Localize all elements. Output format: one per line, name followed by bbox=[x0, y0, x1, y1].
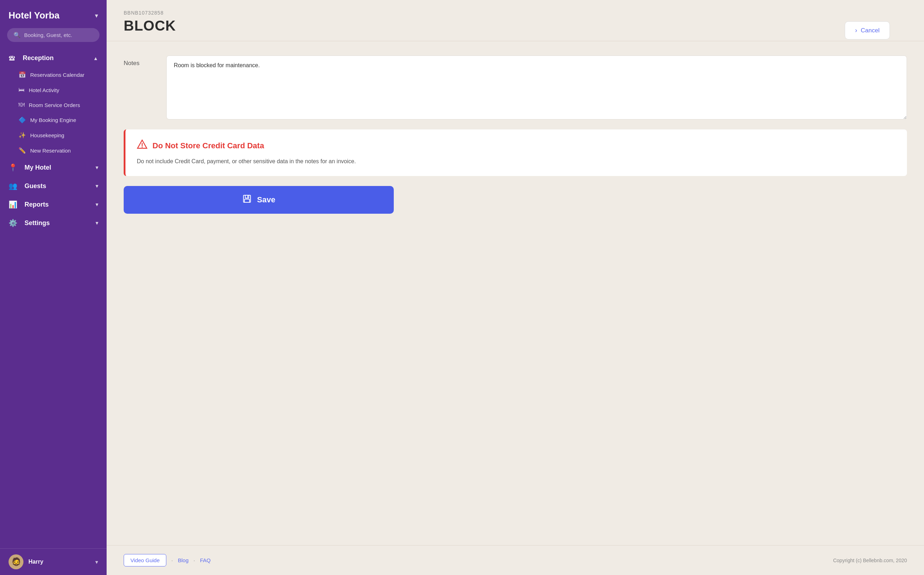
dot-separator-2: · bbox=[194, 557, 195, 563]
sidebar-item-reports[interactable]: 📊 Reports ▾ bbox=[0, 195, 106, 214]
reception-label: Reception bbox=[23, 54, 90, 62]
main-footer: Video Guide · Blog · FAQ Copyright (c) B… bbox=[106, 545, 924, 575]
sidebar-header[interactable]: Hotel Yorba ▾ bbox=[0, 0, 106, 28]
guests-icon: 👥 bbox=[8, 182, 17, 190]
reception-sub-items: 📅 Reservations Calendar 🛏 Hotel Activity… bbox=[0, 67, 106, 158]
cancel-label: Cancel bbox=[861, 27, 880, 34]
dot-separator-1: · bbox=[171, 557, 173, 563]
hotel-activity-label: Hotel Activity bbox=[29, 87, 59, 93]
my-hotel-label: My Hotel bbox=[25, 164, 92, 172]
settings-chevron-icon: ▾ bbox=[96, 220, 98, 226]
new-reservation-label: New Reservation bbox=[30, 148, 71, 154]
hotel-activity-icon: 🛏 bbox=[19, 86, 25, 94]
sidebar-item-my-booking-engine[interactable]: 🔷 My Booking Engine bbox=[0, 112, 106, 128]
sidebar-item-housekeeping[interactable]: ✨ Housekeeping bbox=[0, 128, 106, 143]
sidebar-item-reception[interactable]: 🛎 Reception ▲ bbox=[0, 49, 106, 67]
sidebar-item-reservations-calendar[interactable]: 📅 Reservations Calendar bbox=[0, 67, 106, 83]
save-label: Save bbox=[257, 195, 275, 205]
svg-rect-3 bbox=[245, 195, 249, 198]
main-header: BBNB10732858 BLOCK › Cancel bbox=[106, 0, 924, 41]
sidebar-item-new-reservation[interactable]: ✏️ New Reservation bbox=[0, 143, 106, 158]
blog-link[interactable]: Blog bbox=[178, 557, 189, 563]
guests-chevron-icon: ▾ bbox=[96, 183, 98, 189]
video-guide-button[interactable]: Video Guide bbox=[124, 554, 166, 567]
room-service-label: Room Service Orders bbox=[29, 102, 80, 108]
housekeeping-icon: ✨ bbox=[19, 132, 26, 139]
save-icon bbox=[242, 194, 252, 206]
footer-links: Video Guide · Blog · FAQ bbox=[124, 554, 211, 567]
sidebar-item-hotel-activity[interactable]: 🛏 Hotel Activity bbox=[0, 83, 106, 97]
cancel-button[interactable]: › Cancel bbox=[845, 21, 890, 40]
header-row: BBNB10732858 BLOCK › Cancel bbox=[124, 10, 907, 34]
booking-type: BLOCK bbox=[124, 18, 176, 34]
reception-icon: 🛎 bbox=[8, 54, 16, 62]
reports-label: Reports bbox=[25, 201, 92, 208]
sidebar-item-my-hotel[interactable]: 📍 My Hotel ▾ bbox=[0, 158, 106, 177]
reports-chevron-icon: ▾ bbox=[96, 202, 98, 207]
reports-icon: 📊 bbox=[8, 200, 17, 209]
settings-icon: ⚙️ bbox=[8, 219, 17, 227]
save-button[interactable]: Save bbox=[124, 186, 394, 214]
main-body: Notes Room is blocked for maintenance. D… bbox=[106, 41, 924, 228]
nav-section: 🛎 Reception ▲ 📅 Reservations Calendar 🛏 … bbox=[0, 49, 106, 232]
copyright-text: Copyright (c) Bellebnb.com, 2020 bbox=[833, 558, 907, 563]
new-reservation-icon: ✏️ bbox=[19, 147, 26, 154]
reception-chevron-icon: ▲ bbox=[93, 56, 98, 61]
user-name: Harry bbox=[29, 559, 90, 565]
my-hotel-chevron-icon: ▾ bbox=[96, 165, 98, 170]
svg-point-1 bbox=[142, 146, 143, 148]
sidebar-item-room-service-orders[interactable]: 🍽 Room Service Orders bbox=[0, 97, 106, 112]
booking-engine-icon: 🔷 bbox=[19, 116, 26, 124]
booking-engine-label: My Booking Engine bbox=[30, 117, 76, 123]
cancel-chevron-icon: › bbox=[855, 27, 857, 34]
sidebar-item-settings[interactable]: ⚙️ Settings ▾ bbox=[0, 214, 106, 232]
notes-section: Notes Room is blocked for maintenance. bbox=[124, 56, 907, 119]
svg-rect-4 bbox=[244, 199, 249, 202]
notes-label: Notes bbox=[124, 56, 152, 67]
sidebar-footer[interactable]: 🧔 Harry ▾ bbox=[0, 548, 106, 575]
warning-title: Do Not Store Credit Card Data bbox=[137, 140, 895, 152]
room-service-icon: 🍽 bbox=[19, 101, 25, 108]
faq-link[interactable]: FAQ bbox=[200, 557, 211, 563]
notes-textarea[interactable]: Room is blocked for maintenance. bbox=[166, 56, 907, 119]
warning-icon bbox=[137, 140, 147, 152]
hotel-name: Hotel Yorba bbox=[8, 10, 60, 21]
housekeeping-label: Housekeeping bbox=[30, 132, 64, 138]
sidebar-item-guests[interactable]: 👥 Guests ▾ bbox=[0, 177, 106, 195]
guests-label: Guests bbox=[25, 183, 92, 190]
booking-id: BBNB10732858 bbox=[124, 10, 176, 16]
avatar: 🧔 bbox=[8, 554, 24, 569]
warning-card: Do Not Store Credit Card Data Do not inc… bbox=[124, 129, 907, 176]
warning-body: Do not include Credit Card, payment, or … bbox=[137, 157, 895, 166]
sidebar: Hotel Yorba ▾ 🔍 🛎 Reception ▲ 📅 Reservat… bbox=[0, 0, 106, 575]
main-content: BBNB10732858 BLOCK › Cancel Notes Room i… bbox=[106, 0, 924, 575]
warning-title-text: Do Not Store Credit Card Data bbox=[152, 141, 264, 151]
booking-info: BBNB10732858 BLOCK bbox=[124, 10, 176, 34]
reservations-calendar-icon: 📅 bbox=[19, 71, 26, 79]
hotel-chevron-icon[interactable]: ▾ bbox=[95, 12, 98, 19]
search-bar[interactable]: 🔍 bbox=[7, 28, 100, 42]
search-icon: 🔍 bbox=[14, 32, 21, 38]
user-chevron-icon: ▾ bbox=[95, 559, 98, 565]
settings-label: Settings bbox=[25, 219, 92, 227]
my-hotel-icon: 📍 bbox=[8, 163, 17, 172]
search-input[interactable] bbox=[24, 32, 93, 38]
reservations-calendar-label: Reservations Calendar bbox=[30, 72, 85, 78]
